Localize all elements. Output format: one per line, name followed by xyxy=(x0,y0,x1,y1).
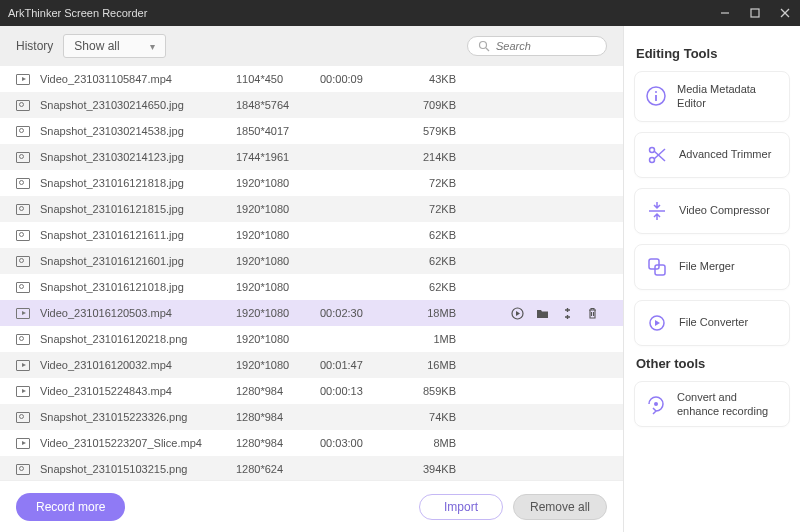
file-panel: History Show all ▾ Video_231031105847.mp… xyxy=(0,26,624,532)
import-button[interactable]: Import xyxy=(419,494,503,520)
play-icon[interactable] xyxy=(511,307,524,320)
table-row[interactable]: Snapshot_231016121815.jpg1920*108072KB xyxy=(0,196,623,222)
record-more-button[interactable]: Record more xyxy=(16,493,125,521)
file-size: 43KB xyxy=(396,73,456,85)
trash-icon[interactable] xyxy=(586,307,599,320)
minimize-button[interactable] xyxy=(718,6,732,20)
editing-tools-title: Editing Tools xyxy=(636,46,790,61)
file-resolution: 1848*5764 xyxy=(236,99,320,111)
image-icon xyxy=(16,334,30,345)
search-input[interactable] xyxy=(496,40,596,52)
table-row[interactable]: Video_231016120503.mp41920*108000:02:301… xyxy=(0,300,623,326)
image-icon xyxy=(16,178,30,189)
file-name: Snapshot_231016120218.png xyxy=(40,333,236,345)
svg-point-17 xyxy=(654,402,658,406)
convert-icon xyxy=(645,311,669,335)
table-row[interactable]: Video_231031105847.mp41104*45000:00:0943… xyxy=(0,66,623,92)
table-row[interactable]: Snapshot_231030214123.jpg1744*1961214KB xyxy=(0,144,623,170)
file-resolution: 1920*1080 xyxy=(236,307,320,319)
file-size: 1MB xyxy=(396,333,456,345)
table-row[interactable]: Snapshot_231016121611.jpg1920*108062KB xyxy=(0,222,623,248)
table-row[interactable]: Snapshot_231016121601.jpg1920*108062KB xyxy=(0,248,623,274)
titlebar: ArkThinker Screen Recorder xyxy=(0,0,800,26)
file-size: 214KB xyxy=(396,151,456,163)
file-resolution: 1920*1080 xyxy=(236,203,320,215)
table-row[interactable]: Snapshot_231015223326.png1280*98474KB xyxy=(0,404,623,430)
filter-dropdown[interactable]: Show all ▾ xyxy=(63,34,165,58)
svg-line-12 xyxy=(654,151,665,161)
tool-scissors[interactable]: Advanced Trimmer xyxy=(634,132,790,178)
image-icon xyxy=(16,282,30,293)
merge-icon xyxy=(645,255,669,279)
filter-dropdown-label: Show all xyxy=(74,39,119,53)
tool-merge[interactable]: File Merger xyxy=(634,244,790,290)
table-row[interactable]: Snapshot_231016121018.jpg1920*108062KB xyxy=(0,274,623,300)
file-resolution: 1744*1961 xyxy=(236,151,320,163)
file-duration: 00:03:00 xyxy=(320,437,396,449)
table-row[interactable]: Video_231015223207_Slice.mp41280*98400:0… xyxy=(0,430,623,456)
file-name: Snapshot_231030214123.jpg xyxy=(40,151,236,163)
tool-label: Convert and enhance recording xyxy=(677,390,779,419)
table-row[interactable]: Snapshot_231016121818.jpg1920*108072KB xyxy=(0,170,623,196)
table-row[interactable]: Video_231015224843.mp41280*98400:00:1385… xyxy=(0,378,623,404)
file-name: Snapshot_231016121611.jpg xyxy=(40,229,236,241)
enhance-icon xyxy=(645,392,667,416)
tool-label: File Merger xyxy=(679,259,735,273)
tool-label: Advanced Trimmer xyxy=(679,147,771,161)
file-size: 62KB xyxy=(396,255,456,267)
file-name: Video_231016120032.mp4 xyxy=(40,359,236,371)
file-size: 8MB xyxy=(396,437,456,449)
chevron-down-icon: ▾ xyxy=(150,41,155,52)
file-size: 62KB xyxy=(396,229,456,241)
footer: Record more Import Remove all xyxy=(0,480,623,532)
file-resolution: 1920*1080 xyxy=(236,255,320,267)
sidebar: Editing Tools Media Metadata EditorAdvan… xyxy=(624,26,800,532)
tool-info[interactable]: Media Metadata Editor xyxy=(634,71,790,122)
file-size: 394KB xyxy=(396,463,456,475)
file-size: 16MB xyxy=(396,359,456,371)
close-button[interactable] xyxy=(778,6,792,20)
app-title: ArkThinker Screen Recorder xyxy=(8,7,718,19)
tool-compress[interactable]: Video Compressor xyxy=(634,188,790,234)
image-icon xyxy=(16,412,30,423)
table-row[interactable]: Snapshot_231030214538.jpg1850*4017579KB xyxy=(0,118,623,144)
tool-convert[interactable]: File Converter xyxy=(634,300,790,346)
file-name: Snapshot_231016121815.jpg xyxy=(40,203,236,215)
other-tools-title: Other tools xyxy=(636,356,790,371)
file-duration: 00:02:30 xyxy=(320,307,396,319)
image-icon xyxy=(16,126,30,137)
subheader: History Show all ▾ xyxy=(0,26,623,66)
video-icon xyxy=(16,386,30,397)
tool-label: File Converter xyxy=(679,315,748,329)
table-row[interactable]: Snapshot_231015103215.png1280*624394KB xyxy=(0,456,623,480)
tool-label: Media Metadata Editor xyxy=(677,82,779,111)
file-size: 859KB xyxy=(396,385,456,397)
wrench-icon[interactable] xyxy=(561,307,574,320)
tool-label: Video Compressor xyxy=(679,203,770,217)
svg-point-8 xyxy=(655,91,657,93)
table-row[interactable]: Snapshot_231016120218.png1920*10801MB xyxy=(0,326,623,352)
svg-rect-15 xyxy=(649,259,659,269)
file-size: 62KB xyxy=(396,281,456,293)
file-resolution: 1280*984 xyxy=(236,437,320,449)
file-size: 72KB xyxy=(396,203,456,215)
image-icon xyxy=(16,100,30,111)
image-icon xyxy=(16,230,30,241)
search-box[interactable] xyxy=(467,36,607,56)
file-name: Snapshot_231016121018.jpg xyxy=(40,281,236,293)
file-resolution: 1850*4017 xyxy=(236,125,320,137)
video-icon xyxy=(16,438,30,449)
file-size: 579KB xyxy=(396,125,456,137)
file-name: Snapshot_231030214538.jpg xyxy=(40,125,236,137)
compress-icon xyxy=(645,199,669,223)
file-list[interactable]: Video_231031105847.mp41104*45000:00:0943… xyxy=(0,66,623,480)
table-row[interactable]: Snapshot_231030214650.jpg1848*5764709KB xyxy=(0,92,623,118)
remove-all-button[interactable]: Remove all xyxy=(513,494,607,520)
tool-enhance[interactable]: Convert and enhance recording xyxy=(634,381,790,428)
table-row[interactable]: Video_231016120032.mp41920*108000:01:471… xyxy=(0,352,623,378)
search-icon xyxy=(478,40,490,52)
svg-line-5 xyxy=(486,48,489,51)
file-name: Video_231015223207_Slice.mp4 xyxy=(40,437,236,449)
maximize-button[interactable] xyxy=(748,6,762,20)
folder-icon[interactable] xyxy=(536,307,549,320)
